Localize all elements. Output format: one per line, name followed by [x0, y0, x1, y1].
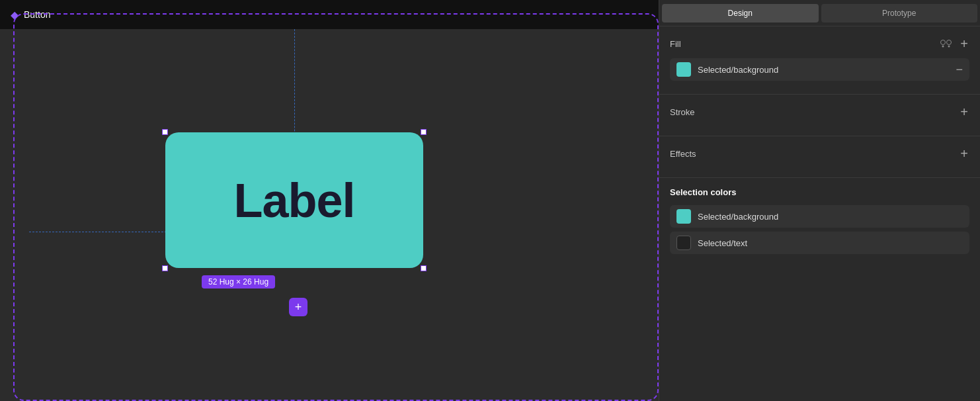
stroke-title: Stroke	[670, 107, 695, 117]
fill-section-header: Fill +	[670, 36, 969, 52]
canvas: ◆ Button Label 52 Hug × 26 Hug +	[0, 0, 659, 401]
button-label-text: Label	[233, 173, 354, 228]
size-label: 52 Hug × 26 Hug	[202, 275, 275, 289]
handle-bottom-right[interactable]	[421, 265, 427, 271]
effects-section-header: Effects +	[670, 146, 969, 161]
fill-title: Fill	[670, 39, 681, 49]
handle-top-left[interactable]	[162, 129, 168, 135]
svg-point-3	[948, 46, 950, 48]
selection-colors-section: Selection colors Selected/background Sel…	[659, 178, 980, 267]
effects-actions: +	[959, 146, 969, 161]
fill-actions: +	[939, 36, 969, 52]
stroke-actions: +	[959, 104, 969, 120]
tab-prototype[interactable]: Prototype	[821, 4, 978, 22]
svg-point-0	[941, 40, 946, 45]
fill-color-label: Selected/background	[698, 65, 949, 75]
svg-point-2	[942, 46, 944, 48]
fill-color-row[interactable]: Selected/background −	[670, 58, 969, 81]
selection-colors-header: Selection colors	[670, 187, 969, 197]
panel-tabs: Design Prototype	[659, 0, 980, 26]
tab-design[interactable]: Design	[662, 4, 819, 22]
selection-color-row-0[interactable]: Selected/background	[670, 205, 969, 228]
right-panel: Design Prototype Fill +	[659, 0, 980, 401]
selection-color-label-0: Selected/background	[698, 212, 963, 222]
selection-color-label-1: Selected/text	[698, 238, 963, 248]
handle-top-right[interactable]	[421, 129, 427, 135]
fill-add-button[interactable]: +	[959, 36, 969, 52]
handle-bottom-left[interactable]	[162, 265, 168, 271]
button-element[interactable]: Label	[165, 132, 423, 268]
stroke-section: Stroke +	[659, 95, 980, 136]
svg-point-1	[947, 40, 952, 45]
add-child-button[interactable]: +	[289, 298, 307, 316]
fill-remove-button[interactable]: −	[956, 64, 963, 75]
stroke-add-button[interactable]: +	[959, 104, 969, 120]
fill-swap-button[interactable]	[939, 38, 954, 49]
effects-section: Effects +	[659, 136, 980, 178]
fill-section: Fill + Selected/background −	[659, 26, 980, 95]
fill-color-swatch[interactable]	[676, 62, 691, 77]
selection-color-row-1[interactable]: Selected/text	[670, 232, 969, 254]
selection-color-swatch-0[interactable]	[676, 209, 691, 224]
stroke-section-header: Stroke +	[670, 104, 969, 120]
selection-colors-title: Selection colors	[670, 187, 736, 197]
effects-add-button[interactable]: +	[959, 146, 969, 161]
effects-title: Effects	[670, 149, 696, 159]
selection-color-swatch-1[interactable]	[676, 236, 691, 250]
